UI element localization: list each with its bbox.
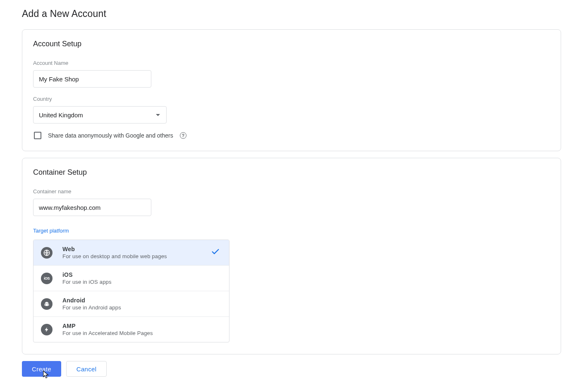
country-select[interactable]: United Kingdom bbox=[33, 106, 167, 124]
help-icon[interactable]: ? bbox=[180, 132, 186, 139]
platform-desc: For use in Accelerated Mobile Pages bbox=[62, 330, 222, 336]
platform-list: Web For use on desktop and mobile web pa… bbox=[33, 240, 229, 342]
page-title: Add a New Account bbox=[22, 8, 561, 19]
create-button[interactable]: Create bbox=[22, 361, 61, 377]
container-setup-title: Container Setup bbox=[33, 168, 550, 177]
container-setup-card: Container Setup Container name Target pl… bbox=[22, 158, 561, 354]
platform-option-android[interactable]: Android For use in Android apps bbox=[33, 291, 229, 317]
platform-title: Web bbox=[62, 246, 222, 252]
platform-title: Android bbox=[62, 297, 222, 304]
share-data-row: Share data anonymously with Google and o… bbox=[34, 132, 550, 139]
container-name-label: Container name bbox=[33, 188, 550, 195]
platform-option-web[interactable]: Web For use on desktop and mobile web pa… bbox=[33, 240, 229, 266]
account-name-field: Account Name bbox=[33, 60, 550, 88]
check-icon bbox=[211, 247, 220, 258]
platform-option-ios[interactable]: iOS iOS For use in iOS apps bbox=[33, 266, 229, 291]
country-field: Country United Kingdom bbox=[33, 96, 550, 124]
platform-title: iOS bbox=[62, 271, 222, 278]
container-name-field: Container name bbox=[33, 188, 550, 216]
country-label: Country bbox=[33, 96, 550, 102]
svg-point-2 bbox=[47, 302, 48, 302]
button-row: Create Cancel bbox=[22, 361, 561, 377]
ios-icon: iOS bbox=[41, 273, 53, 284]
country-value: United Kingdom bbox=[39, 112, 83, 119]
account-name-input[interactable] bbox=[33, 70, 151, 88]
cancel-button[interactable]: Cancel bbox=[66, 361, 107, 377]
account-setup-card: Account Setup Account Name Country Unite… bbox=[22, 29, 561, 151]
platform-desc: For use in Android apps bbox=[62, 304, 222, 311]
container-name-input[interactable] bbox=[33, 199, 151, 216]
platform-desc: For use in iOS apps bbox=[62, 279, 222, 285]
chevron-down-icon bbox=[156, 114, 160, 116]
platform-option-amp[interactable]: AMP For use in Accelerated Mobile Pages bbox=[33, 317, 229, 342]
android-icon bbox=[41, 298, 53, 310]
account-name-label: Account Name bbox=[33, 60, 550, 66]
share-data-checkbox[interactable] bbox=[34, 132, 41, 139]
account-setup-title: Account Setup bbox=[33, 40, 550, 48]
share-data-label: Share data anonymously with Google and o… bbox=[48, 132, 173, 139]
globe-icon bbox=[41, 247, 53, 259]
platform-title: AMP bbox=[62, 323, 222, 329]
svg-point-1 bbox=[45, 302, 46, 302]
target-platform-field: Target platform Web For use on desktop a… bbox=[33, 228, 550, 342]
platform-desc: For use on desktop and mobile web pages bbox=[62, 253, 222, 259]
target-platform-label: Target platform bbox=[33, 228, 550, 234]
lightning-icon bbox=[41, 324, 53, 335]
